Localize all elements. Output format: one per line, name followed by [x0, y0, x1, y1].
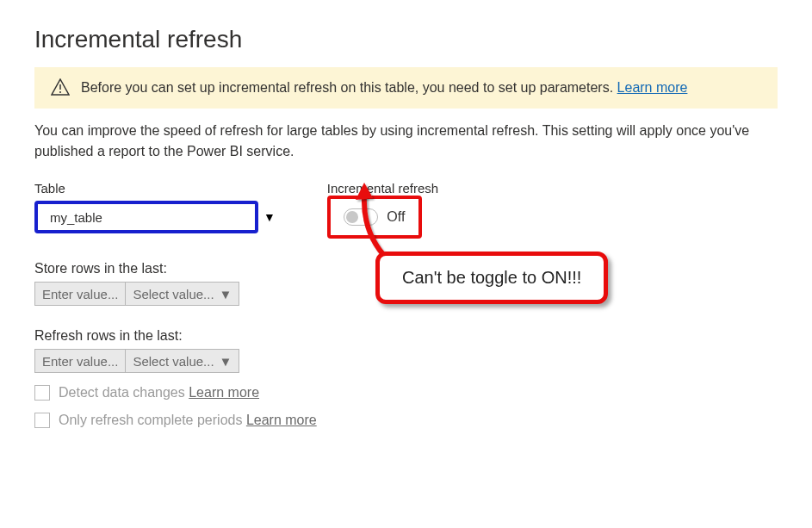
refresh-unit-select[interactable]: Select value... ▼ — [126, 349, 239, 373]
warning-banner: Before you can set up incremental refres… — [34, 67, 778, 109]
warning-learn-more-link[interactable]: Learn more — [617, 80, 688, 95]
description-text: You can improve the speed of refresh for… — [34, 121, 778, 162]
complete-periods-checkbox[interactable] — [34, 413, 50, 428]
store-unit-select[interactable]: Select value... ▼ — [126, 282, 239, 306]
refresh-value-input[interactable]: Enter value... — [34, 349, 126, 373]
warning-icon — [52, 79, 69, 95]
annotation-callout: Can't be toggle to ON!!! — [375, 252, 608, 304]
detect-changes-label: Detect data changes — [59, 385, 185, 400]
complete-periods-learn-more-link[interactable]: Learn more — [246, 413, 317, 427]
incremental-refresh-label: Incremental refresh — [327, 181, 438, 196]
warning-text: Before you can set up incremental refres… — [81, 80, 687, 96]
chevron-down-icon: ▼ — [220, 354, 232, 369]
page-title: Incremental refresh — [34, 26, 778, 53]
refresh-rows-label: Refresh rows in the last: — [34, 328, 778, 344]
store-unit-placeholder: Select value... — [133, 287, 214, 301]
table-label: Table — [34, 181, 276, 196]
complete-periods-row: Only refresh complete periods Learn more — [34, 413, 778, 428]
toggle-knob — [346, 211, 358, 223]
chevron-down-icon: ▼ — [220, 287, 232, 301]
warning-message: Before you can set up incremental refres… — [81, 80, 617, 95]
toggle-state-text: Off — [387, 209, 405, 225]
refresh-unit-placeholder: Select value... — [133, 354, 214, 369]
refresh-rows-inputs: Enter value... Select value... ▼ — [34, 349, 778, 373]
store-value-input[interactable]: Enter value... — [34, 282, 126, 306]
table-select[interactable]: my_table — [34, 201, 258, 233]
table-field: Table my_table ▼ — [34, 181, 276, 233]
incremental-refresh-toggle-highlight: Off — [327, 196, 422, 239]
chevron-down-icon[interactable]: ▼ — [263, 210, 276, 224]
complete-periods-label: Only refresh complete periods — [59, 413, 242, 427]
table-selected-value: my_table — [50, 210, 102, 225]
detect-changes-learn-more-link[interactable]: Learn more — [189, 385, 259, 400]
detect-changes-checkbox[interactable] — [34, 385, 50, 401]
svg-point-2 — [59, 91, 61, 93]
incremental-refresh-toggle[interactable] — [344, 208, 378, 226]
detect-changes-row: Detect data changes Learn more — [34, 385, 778, 401]
incremental-refresh-field: Incremental refresh Off — [327, 181, 438, 239]
